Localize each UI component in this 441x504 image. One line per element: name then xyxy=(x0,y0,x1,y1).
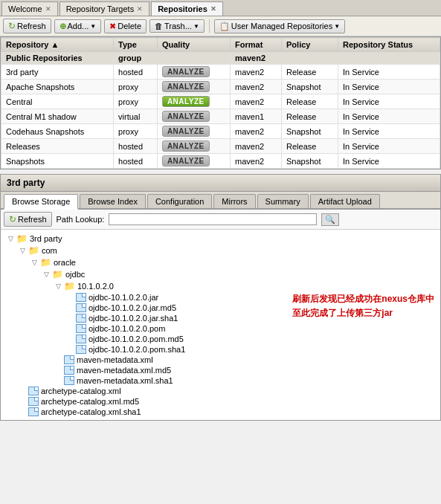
tree-item-label: ojdbc-10.1.0.2.0.pom xyxy=(88,324,165,333)
col-repository[interactable]: Repository ▲ xyxy=(1,38,114,52)
repo-status: In Service xyxy=(338,139,440,154)
main-tab-bar: Welcome ✕ Repository Targets ✕ Repositor… xyxy=(0,0,441,16)
tab-repositories-close[interactable]: ✕ xyxy=(210,5,216,13)
user-managed-button[interactable]: 📋 User Managed Repositories ▼ xyxy=(214,19,345,33)
tree-item-label: ojdbc-10.1.0.2.0.jar.sha1 xyxy=(88,314,178,323)
tree-file-group: ojdbc-10.1.0.2.0.jar ojdbc-10.1.0.2.0.ja… xyxy=(7,292,277,355)
sub-tab-mirrors[interactable]: Mirrors xyxy=(213,194,255,208)
tree-item[interactable]: ojdbc-10.1.0.2.0.pom xyxy=(66,323,277,334)
table-row[interactable]: Codehaus Snapshots proxy ANALYZE maven2 … xyxy=(1,124,440,139)
path-search-button[interactable]: 🔍 xyxy=(321,213,339,226)
sub-tab-browse-index[interactable]: Browse Index xyxy=(80,194,146,208)
col-format[interactable]: Format xyxy=(231,38,282,52)
tab-welcome[interactable]: Welcome ✕ xyxy=(1,1,58,16)
folder-icon: 📁 xyxy=(40,257,51,268)
tree-item-label: ojdbc xyxy=(65,270,85,279)
file-icon xyxy=(76,345,86,354)
repo-status: In Service xyxy=(338,80,440,94)
refresh-button[interactable]: ↻ Refresh xyxy=(3,19,51,33)
group-name: Public Repositories xyxy=(1,52,114,65)
sub-tab-summary-label: Summary xyxy=(265,197,300,206)
analyze-btn[interactable]: ANALYZE xyxy=(162,140,210,152)
add-button[interactable]: ⊕ Add... ▼ xyxy=(54,19,102,33)
tree-item[interactable]: archetype-catalog.xml.sha1 xyxy=(19,407,434,417)
analyze-btn[interactable]: ANALYZE xyxy=(162,66,210,77)
repo-type: hosted xyxy=(114,154,158,169)
sub-tab-artifact-upload-label: Artifact Upload xyxy=(318,197,372,206)
trash-label: Trash... xyxy=(164,22,192,30)
tree-item[interactable]: archetype-catalog.xml.md5 xyxy=(19,396,434,407)
tab-repository-targets-close[interactable]: ✕ xyxy=(137,5,143,13)
tree-item[interactable]: ojdbc-10.1.0.2.0.pom.md5 xyxy=(66,334,277,344)
repo-quality[interactable]: ANALYZE xyxy=(157,94,230,109)
tree-item[interactable]: ▽ 📁 oracle xyxy=(30,256,434,268)
col-status[interactable]: Repository Status xyxy=(338,38,440,52)
tree-item[interactable]: ▽ 📁 ojdbc xyxy=(42,268,434,280)
trash-button[interactable]: 🗑 Trash... ▼ xyxy=(149,19,205,33)
table-row[interactable]: Central proxy ANALYZE maven2 Release In … xyxy=(1,94,440,109)
sub-tab-browse-index-label: Browse Index xyxy=(88,197,138,206)
repo-format: maven2 xyxy=(231,94,282,109)
table-row[interactable]: Central M1 shadow virtual ANALYZE maven1… xyxy=(1,109,440,124)
repository-table: Repository ▲ Type Quality Format Policy … xyxy=(1,37,440,169)
group-row-public: Public Repositories group maven2 xyxy=(1,52,440,65)
path-lookup-input[interactable] xyxy=(109,213,317,225)
analyze-btn[interactable]: ANALYZE xyxy=(162,155,210,167)
tab-repository-targets-label: Repository Targets xyxy=(66,4,135,13)
table-row[interactable]: 3rd party hosted ANALYZE maven2 Release … xyxy=(1,65,440,80)
tab-repository-targets[interactable]: Repository Targets ✕ xyxy=(59,1,150,16)
tree-item[interactable]: archetype-catalog.xml xyxy=(19,386,434,396)
tree-item-label: maven-metadata.xml xyxy=(77,355,153,364)
col-quality[interactable]: Quality xyxy=(157,38,230,52)
tree-item[interactable]: maven-metadata.xml.sha1 xyxy=(54,375,434,386)
repo-policy: Release xyxy=(282,94,338,109)
tree-item[interactable]: maven-metadata.xml.md5 xyxy=(54,365,434,375)
file-icon xyxy=(76,324,86,333)
repo-quality[interactable]: ANALYZE xyxy=(157,109,230,124)
tree-item[interactable]: ojdbc-10.1.0.2.0.jar xyxy=(66,292,277,303)
tab-repositories[interactable]: Repositories ✕ xyxy=(151,1,223,16)
add-icon: ⊕ xyxy=(59,22,66,31)
delete-button[interactable]: ✖ Delete xyxy=(104,19,147,33)
expand-icon: ▽ xyxy=(54,282,62,290)
tree-item-label: 10.1.0.2.0 xyxy=(77,282,114,291)
repo-quality[interactable]: ANALYZE xyxy=(157,124,230,139)
table-row[interactable]: Snapshots hosted ANALYZE maven2 Snapshot… xyxy=(1,154,440,169)
repo-name: Snapshots xyxy=(1,154,114,169)
table-row[interactable]: Apache Snapshots proxy ANALYZE maven2 Sn… xyxy=(1,80,440,94)
analyze-btn-green[interactable]: ANALYZE xyxy=(162,96,210,107)
analyze-btn[interactable]: ANALYZE xyxy=(162,111,210,122)
analyze-btn[interactable]: ANALYZE xyxy=(162,81,210,92)
folder-icon: 📁 xyxy=(28,245,39,256)
sub-tab-bar: Browse Storage Browse Index Configuratio… xyxy=(1,192,440,210)
tree-item-label: ojdbc-10.1.0.2.0.pom.md5 xyxy=(88,335,184,343)
sub-tab-configuration[interactable]: Configuration xyxy=(147,194,212,208)
sub-tab-artifact-upload[interactable]: Artifact Upload xyxy=(310,194,380,208)
tab-welcome-close[interactable]: ✕ xyxy=(45,5,51,13)
table-row[interactable]: Releases hosted ANALYZE maven2 Release I… xyxy=(1,139,440,154)
tree-item[interactable]: ojdbc-10.1.0.2.0.jar.md5 xyxy=(66,303,277,313)
tab-repositories-label: Repositories xyxy=(158,4,207,13)
sub-tab-browse-storage[interactable]: Browse Storage xyxy=(4,194,78,210)
tree-item[interactable]: ▽ 📁 com xyxy=(19,245,434,256)
repo-quality[interactable]: ANALYZE xyxy=(157,65,230,80)
tree-item[interactable]: ojdbc-10.1.0.2.0.jar.sha1 xyxy=(66,313,277,323)
sub-tab-summary[interactable]: Summary xyxy=(257,194,309,208)
repo-quality[interactable]: ANALYZE xyxy=(157,80,230,94)
analyze-btn[interactable]: ANALYZE xyxy=(162,126,210,137)
repo-policy: Release xyxy=(282,65,338,80)
repo-type: proxy xyxy=(114,124,158,139)
search-icon: 🔍 xyxy=(325,215,335,224)
user-managed-dropdown-icon: ▼ xyxy=(334,23,340,30)
col-type[interactable]: Type xyxy=(114,38,158,52)
repo-status: In Service xyxy=(338,94,440,109)
repo-quality[interactable]: ANALYZE xyxy=(157,139,230,154)
tree-item[interactable]: maven-metadata.xml xyxy=(54,355,434,365)
repo-status: In Service xyxy=(338,65,440,80)
tree-item[interactable]: ▽ 📁 10.1.0.2.0 xyxy=(54,280,434,292)
tree-item[interactable]: ojdbc-10.1.0.2.0.pom.sha1 xyxy=(66,344,277,355)
col-policy[interactable]: Policy xyxy=(282,38,338,52)
sub-refresh-button[interactable]: ↻ Refresh xyxy=(4,212,52,227)
tree-root[interactable]: ▽ 📁 3rd party xyxy=(7,233,434,245)
repo-quality[interactable]: ANALYZE xyxy=(157,154,230,169)
